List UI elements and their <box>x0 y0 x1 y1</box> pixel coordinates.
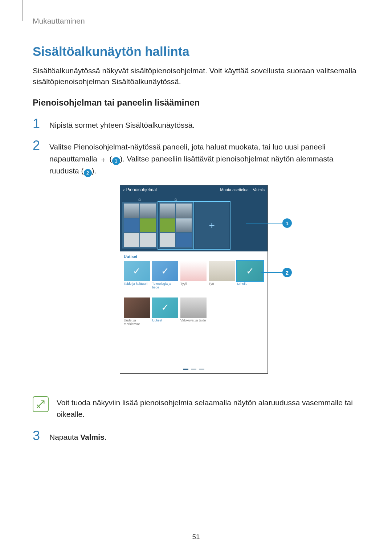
step-2: 2 Valitse Pienoisohjelmat-näytössä panee… <box>33 139 359 177</box>
chevron-left-icon: ‹ <box>123 187 125 193</box>
spacer <box>211 196 213 201</box>
indicator-dot <box>183 369 188 370</box>
callout-badge: 2 <box>282 268 292 277</box>
tile-label: Uutiset <box>152 319 178 323</box>
sub-heading: Pienoisohjelman tai paneelin lisääminen <box>33 98 359 108</box>
callout-badge-1: 1 <box>112 157 120 165</box>
tile-label: Valokuvat ja taide <box>180 319 207 323</box>
device-screenshot: ‹ Pienoisohjelmat Muuta asettelua Valmis… <box>120 185 268 374</box>
tile-style[interactable]: Tyyli <box>180 261 207 290</box>
tile-technology[interactable]: ✓ Teknologia ja tiede <box>152 261 178 290</box>
panel-add[interactable]: + <box>195 196 229 249</box>
step-number: 2 <box>33 139 43 152</box>
text-part: . <box>105 433 107 441</box>
text-part: ( <box>107 155 112 163</box>
step-1: 1 Nipistä sormet yhteen Sisältöalkunäytö… <box>33 117 359 131</box>
note-text: Voit tuoda näkyviin lisää pienoisohjelmi… <box>57 396 359 420</box>
home-icon: ⌂ <box>138 196 141 201</box>
change-layout-button[interactable]: Muuta asettelua <box>220 188 249 192</box>
tile-work[interactable]: Työ <box>209 261 235 290</box>
category-label: Uutiset <box>124 254 264 259</box>
tile-label: Urheilu <box>237 282 263 286</box>
tile-label: Tyyli <box>180 282 207 286</box>
tile-news[interactable]: ✓ Uutiset <box>152 297 178 326</box>
page-indicator <box>120 369 268 370</box>
text-part: ). <box>92 167 97 175</box>
callout-1: 1 <box>246 218 292 228</box>
spacer <box>247 196 249 201</box>
step-text: Nipistä sormet yhteen Sisältöalkunäytöss… <box>49 117 195 131</box>
breadcrumb: Mukauttaminen <box>33 17 359 25</box>
step-number: 1 <box>33 117 43 130</box>
tile-label: Uudet ja merkittävät <box>124 319 150 326</box>
text-bold: Valmis <box>80 433 105 441</box>
page-title: Sisältöalkunäytön hallinta <box>33 44 359 59</box>
text-part: Napauta <box>49 433 80 441</box>
tile-label: Työ <box>209 282 235 286</box>
widget-category-news: Uutiset ✓ Taide ja kulttuuri ✓ Teknologi… <box>120 251 268 291</box>
tile-label: Teknologia ja tiede <box>152 282 178 290</box>
tile-new-notable[interactable]: Uudet ja merkittävät <box>124 297 150 326</box>
step-text: Napauta Valmis. <box>49 429 107 443</box>
plus-icon: + <box>209 219 215 231</box>
device-header: ‹ Pienoisohjelmat Muuta asettelua Valmis <box>120 185 268 194</box>
figure: ‹ Pienoisohjelmat Muuta asettelua Valmis… <box>33 185 359 388</box>
lead-paragraph: Sisältöalkunäytössä näkyvät sisältöpieno… <box>33 65 359 87</box>
note-icon <box>33 396 49 412</box>
callout-badge: 1 <box>282 218 292 228</box>
check-icon: ✓ <box>152 297 178 318</box>
page-number: 51 <box>0 533 392 541</box>
indicator-dot <box>199 369 204 370</box>
tile-row-2: Uudet ja merkittävät ✓ Uutiset Valokuvat… <box>124 297 264 326</box>
header-title: Pienoisohjelmat <box>126 187 157 192</box>
home-icon: ⌂ <box>174 196 177 201</box>
panel-1[interactable]: ⌂ <box>122 196 157 249</box>
tile-row-1: ✓ Taide ja kulttuuri ✓ Teknologia ja tie… <box>124 261 264 290</box>
tile-art-culture[interactable]: ✓ Taide ja kulttuuri <box>124 261 150 290</box>
panel-strip: ⌂ ⌂ + <box>120 194 268 251</box>
done-button[interactable]: Valmis <box>253 188 265 192</box>
page: Mukauttaminen Sisältöalkunäytön hallinta… <box>0 0 392 554</box>
tile-photos-art[interactable]: Valokuvat ja taide <box>180 297 207 326</box>
step-text: Valitse Pienoisohjelmat-näytössä paneeli… <box>49 139 359 177</box>
tile-label: Taide ja kulttuuri <box>124 282 150 286</box>
callout-2: 2 <box>261 268 292 277</box>
step-3: 3 Napauta Valmis. <box>33 429 359 443</box>
side-rule <box>22 0 23 21</box>
panel-2[interactable]: ⌂ <box>159 196 193 249</box>
check-icon: ✓ <box>237 261 263 281</box>
tile-sports[interactable]: ✓ Urheilu <box>237 261 263 290</box>
check-icon: ✓ <box>152 261 178 281</box>
step-number: 3 <box>33 429 43 442</box>
widget-row-2: Uudet ja merkittävät ✓ Uutiset Valokuvat… <box>120 291 268 328</box>
plus-icon: + <box>99 156 107 164</box>
check-icon: ✓ <box>124 261 150 281</box>
back-button[interactable]: ‹ Pienoisohjelmat <box>123 187 157 193</box>
note: Voit tuoda näkyviin lisää pienoisohjelmi… <box>33 396 359 420</box>
indicator-dot <box>191 369 196 370</box>
callout-badge-2: 2 <box>84 169 92 177</box>
